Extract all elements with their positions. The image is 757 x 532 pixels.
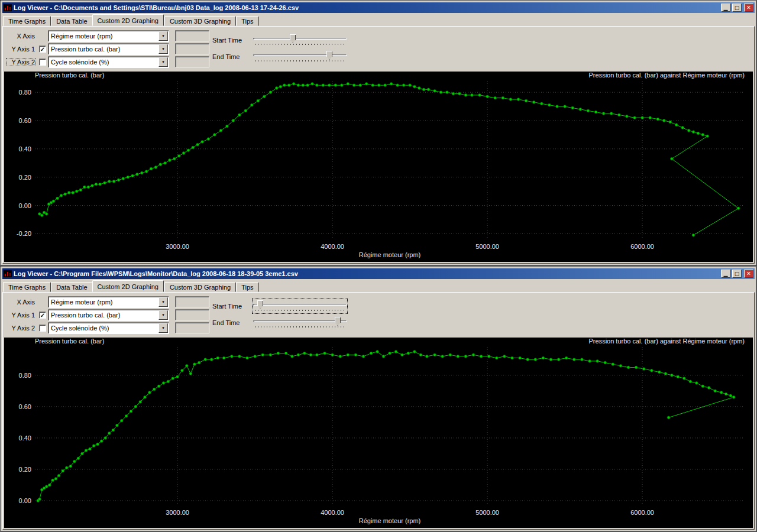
start-time-label: Start Time xyxy=(212,303,245,310)
chevron-down-icon[interactable]: ▼ xyxy=(158,44,168,54)
svg-text:0.00: 0.00 xyxy=(19,497,31,504)
svg-text:5000.00: 5000.00 xyxy=(475,509,499,516)
x-axis-select[interactable]: Régime moteur (rpm) ▼ xyxy=(48,30,169,42)
y-axis-2-checkbox[interactable] xyxy=(39,59,46,66)
end-time-slider[interactable] xyxy=(253,316,347,329)
slider-groove xyxy=(253,38,347,40)
tab-tips[interactable]: Tips xyxy=(236,16,258,26)
tab-custom-3d-graphing[interactable]: Custom 3D Graphing xyxy=(164,16,236,26)
svg-text:6000.00: 6000.00 xyxy=(630,509,654,516)
slider-thumb[interactable] xyxy=(326,51,332,60)
svg-text:4000.00: 4000.00 xyxy=(321,243,344,250)
chevron-down-icon[interactable]: ▼ xyxy=(158,31,168,41)
maximize-button[interactable]: □ xyxy=(732,4,742,12)
tab-custom-3d-graphing[interactable]: Custom 3D Graphing xyxy=(164,282,236,292)
start-time-slider[interactable] xyxy=(253,300,347,313)
close-icon: ✕ xyxy=(746,5,751,11)
maximize-button[interactable]: □ xyxy=(732,270,742,278)
x-axis-label: X Axis xyxy=(7,299,35,306)
slider-ticks xyxy=(255,60,345,61)
y-axis-2-label: Y Axis 2 xyxy=(7,59,35,66)
chevron-down-icon[interactable]: ▼ xyxy=(158,323,168,333)
tab-page-custom-2d: X Axis Régime moteur (rpm) ▼ Y Axis 1 ✓ … xyxy=(2,26,755,264)
y-axis-2-select[interactable]: Cycle solénoïde (%) ▼ xyxy=(48,322,169,334)
slider-ticks xyxy=(255,44,345,45)
y-axis-1-checkbox[interactable]: ✓ xyxy=(39,312,46,319)
svg-text:3000.00: 3000.00 xyxy=(166,243,189,250)
y-axis-1-select[interactable]: Pression turbo cal. (bar) ▼ xyxy=(48,43,169,55)
start-time-slider[interactable] xyxy=(253,34,347,47)
close-button[interactable]: ✕ xyxy=(744,4,753,12)
svg-text:0.00: 0.00 xyxy=(19,202,31,209)
y-axis-2-value: Cycle solénoïde (%) xyxy=(48,325,158,332)
x-axis-label: X Axis xyxy=(7,33,35,40)
chevron-down-icon[interactable]: ▼ xyxy=(158,310,168,320)
x-axis-info-box xyxy=(175,30,209,41)
slider-thumb[interactable] xyxy=(290,34,296,43)
y-axis-2-select[interactable]: Cycle solénoïde (%) ▼ xyxy=(48,56,169,68)
tab-custom-2d-graphing[interactable]: Custom 2D Graphing xyxy=(92,280,164,292)
svg-text:0.80: 0.80 xyxy=(19,89,31,96)
maximize-icon: □ xyxy=(735,271,740,277)
x-axis-value: Régime moteur (rpm) xyxy=(48,299,158,306)
slider-ticks xyxy=(255,310,345,311)
tab-data-table[interactable]: Data Table xyxy=(51,16,92,26)
tab-data-table[interactable]: Data Table xyxy=(51,282,92,292)
svg-text:Pression turbo cal. (bar) agai: Pression turbo cal. (bar) against Régime… xyxy=(589,338,745,345)
title-bar[interactable]: Log Viewer - C:\Documents and Settings\S… xyxy=(2,2,755,13)
minimize-button[interactable]: ▁ xyxy=(721,270,730,278)
y-axis-2-value: Cycle solénoïde (%) xyxy=(48,59,158,66)
end-time-label: End Time xyxy=(212,53,245,60)
y-axis-1-select[interactable]: Pression turbo cal. (bar) ▼ xyxy=(48,309,169,321)
y-axis-2-info-box xyxy=(175,56,209,67)
svg-text:0.20: 0.20 xyxy=(19,174,31,181)
start-time-label: Start Time xyxy=(212,37,245,44)
svg-text:0.40: 0.40 xyxy=(19,145,31,153)
scatter-plot: 3000.004000.005000.006000.000.000.200.40… xyxy=(4,338,753,528)
minimize-icon: ▁ xyxy=(724,5,728,11)
chevron-down-icon[interactable]: ▼ xyxy=(158,297,168,307)
app-icon xyxy=(4,4,12,11)
svg-text:0.20: 0.20 xyxy=(19,466,31,473)
y-axis-1-info-box xyxy=(175,43,209,54)
minimize-icon: ▁ xyxy=(724,271,728,277)
y-axis-1-value: Pression turbo cal. (bar) xyxy=(48,312,158,319)
slider-groove xyxy=(253,54,347,56)
app-icon xyxy=(4,270,12,277)
svg-text:3000.00: 3000.00 xyxy=(166,509,189,516)
slider-thumb[interactable] xyxy=(335,317,341,326)
svg-text:0.40: 0.40 xyxy=(19,434,31,442)
tab-tips[interactable]: Tips xyxy=(236,282,258,292)
tab-time-graphs[interactable]: Time Graphs xyxy=(3,282,51,292)
chevron-down-icon[interactable]: ▼ xyxy=(158,57,168,67)
slider-ticks xyxy=(255,326,345,327)
slider-thumb[interactable] xyxy=(257,300,263,309)
y-axis-2-checkbox[interactable] xyxy=(39,325,46,332)
y-axis-1-checkbox[interactable]: ✓ xyxy=(39,46,46,53)
minimize-button[interactable]: ▁ xyxy=(721,4,730,12)
log-viewer-window-2: Log Viewer - C:\Program Files\WPSM\Logs\… xyxy=(0,266,757,532)
end-time-slider[interactable] xyxy=(253,50,347,63)
tab-time-graphs[interactable]: Time Graphs xyxy=(3,16,51,26)
graph-controls: X Axis Régime moteur (rpm) ▼ Y Axis 1 ✓ … xyxy=(4,28,753,70)
svg-text:Pression turbo cal. (bar): Pression turbo cal. (bar) xyxy=(35,338,104,345)
svg-text:0.60: 0.60 xyxy=(19,403,31,410)
window-title: Log Viewer - C:\Documents and Settings\S… xyxy=(14,4,719,11)
maximize-icon: □ xyxy=(735,5,740,11)
svg-text:5000.00: 5000.00 xyxy=(475,243,499,250)
svg-text:6000.00: 6000.00 xyxy=(630,243,654,250)
slider-groove xyxy=(253,320,347,322)
y-axis-1-info-box xyxy=(175,309,209,320)
svg-text:Pression turbo cal. (bar): Pression turbo cal. (bar) xyxy=(35,72,104,79)
tab-strip: Time Graphs Data Table Custom 2D Graphin… xyxy=(2,279,755,292)
close-button[interactable]: ✕ xyxy=(744,270,753,278)
x-axis-select[interactable]: Régime moteur (rpm) ▼ xyxy=(48,296,169,308)
graph-controls: X Axis Régime moteur (rpm) ▼ Y Axis 1 ✓ … xyxy=(4,294,753,336)
svg-text:Régime moteur (rpm): Régime moteur (rpm) xyxy=(359,517,421,524)
title-bar[interactable]: Log Viewer - C:\Program Files\WPSM\Logs\… xyxy=(2,268,755,279)
y-axis-2-label: Y Axis 2 xyxy=(7,325,35,332)
y-axis-1-label: Y Axis 1 xyxy=(7,312,35,319)
x-axis-value: Régime moteur (rpm) xyxy=(48,33,158,40)
window-title: Log Viewer - C:\Program Files\WPSM\Logs\… xyxy=(14,270,719,277)
tab-custom-2d-graphing[interactable]: Custom 2D Graphing xyxy=(92,14,164,26)
